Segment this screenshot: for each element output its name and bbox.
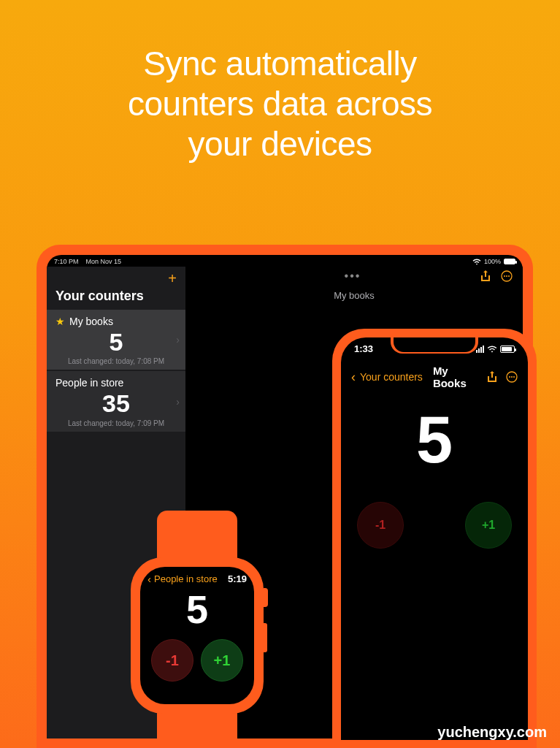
iphone-screen: 1:33 ‹ Your counters My Books xyxy=(341,337,528,740)
iphone-status-time: 1:33 xyxy=(354,343,373,354)
increment-label: +1 xyxy=(214,652,231,669)
share-icon[interactable] xyxy=(480,270,491,282)
counter-title: People in store xyxy=(55,377,123,389)
back-button[interactable]: ‹ xyxy=(351,370,356,385)
headline-line: your devices xyxy=(188,125,372,163)
more-icon[interactable] xyxy=(501,270,513,282)
watch-counter-value: 5 xyxy=(147,589,247,629)
svg-point-1 xyxy=(504,275,505,277)
iphone-notch-inner xyxy=(394,337,475,352)
increment-label: +1 xyxy=(482,519,495,532)
back-button[interactable]: ‹ xyxy=(147,573,151,585)
iphone-counter-value: 5 xyxy=(341,407,528,473)
wifi-icon xyxy=(487,346,497,353)
back-label[interactable]: Your counters xyxy=(360,371,423,383)
ipad-battery-percent: 100% xyxy=(484,258,501,265)
counter-value: 35 xyxy=(55,390,177,417)
watch-screen: ‹ People in store 5:19 5 -1 +1 xyxy=(140,567,254,704)
headline-line: counters data across xyxy=(128,85,432,123)
counter-value: 5 xyxy=(55,329,177,356)
svg-point-3 xyxy=(508,275,510,277)
counter-subtitle: Last changed: today, 7:08 PM xyxy=(55,357,177,365)
watch-band xyxy=(157,511,237,562)
svg-point-6 xyxy=(511,376,513,378)
wifi-icon xyxy=(472,259,481,265)
watch-side-button xyxy=(264,623,267,652)
decrement-label: -1 xyxy=(375,519,386,532)
battery-icon xyxy=(500,346,515,353)
watch-device-frame: ‹ People in store 5:19 5 -1 +1 xyxy=(124,511,270,748)
more-icon[interactable] xyxy=(506,371,518,383)
decrement-label: -1 xyxy=(166,652,179,669)
ipad-status-time: 7:10 PM xyxy=(54,258,79,265)
ipad-status-bar: 7:10 PM Mon Nov 15 100% xyxy=(47,255,523,267)
add-counter-button[interactable]: + xyxy=(168,271,177,286)
chevron-right-icon: › xyxy=(176,396,180,408)
decrement-button[interactable]: -1 xyxy=(151,639,193,682)
svg-point-2 xyxy=(506,275,507,277)
decrement-button[interactable]: -1 xyxy=(357,502,404,549)
watch-crown xyxy=(264,588,268,607)
marketing-headline: Sync automatically counters data across … xyxy=(0,0,560,165)
counter-list-item[interactable]: ★ My books 5 Last changed: today, 7:08 P… xyxy=(47,310,185,370)
iphone-device-frame: 1:33 ‹ Your counters My Books xyxy=(332,329,537,748)
counter-list-item[interactable]: People in store 35 Last changed: today, … xyxy=(47,371,185,431)
watch-body: ‹ People in store 5:19 5 -1 +1 xyxy=(131,557,264,714)
share-icon[interactable] xyxy=(487,371,497,383)
ipad-status-right: 100% xyxy=(472,258,515,265)
sidebar-header: Your counters xyxy=(47,286,185,310)
counter-subtitle: Last changed: today, 7:09 PM xyxy=(55,419,177,427)
watch-band xyxy=(157,709,237,748)
increment-button[interactable]: +1 xyxy=(465,502,512,549)
star-icon: ★ xyxy=(55,316,65,327)
ellipsis-icon[interactable]: ••• xyxy=(345,270,361,283)
watch-time: 5:19 xyxy=(228,573,247,584)
counter-title: My books xyxy=(69,316,113,327)
watch-title[interactable]: People in store xyxy=(154,573,225,584)
ipad-status-date: Mon Nov 15 xyxy=(86,258,122,265)
svg-point-5 xyxy=(509,376,510,378)
watermark: yuchengxy.com xyxy=(437,724,547,741)
iphone-nav-bar: ‹ Your counters My Books xyxy=(341,354,528,394)
iphone-title: My Books xyxy=(433,365,483,389)
ipad-status-left: 7:10 PM Mon Nov 15 xyxy=(54,258,121,265)
increment-button[interactable]: +1 xyxy=(201,639,243,682)
headline-line: Sync automatically xyxy=(143,45,417,83)
svg-point-7 xyxy=(513,376,515,378)
ipad-main-title: My books xyxy=(334,290,375,301)
battery-icon xyxy=(504,259,515,264)
chevron-right-icon: › xyxy=(176,334,180,346)
